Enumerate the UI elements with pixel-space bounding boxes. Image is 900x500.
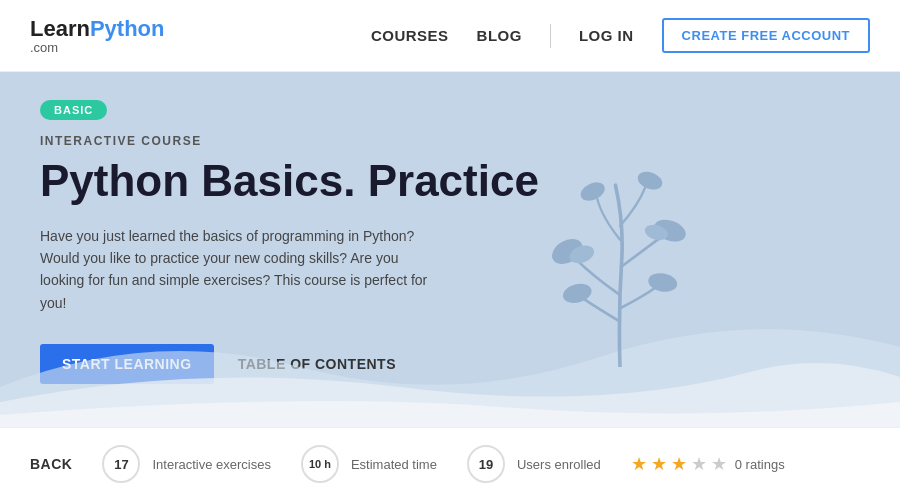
logo[interactable]: LearnPython .com [30, 18, 164, 54]
users-stat: 19 Users enrolled [467, 445, 601, 483]
nav-divider [550, 24, 551, 48]
hero-waves-decoration [0, 307, 900, 427]
star-1: ★ [631, 453, 647, 475]
exercises-label: Interactive exercises [152, 457, 271, 472]
main-nav: COURSES BLOG LOG IN CREATE FREE ACCOUNT [371, 18, 870, 53]
svg-point-4 [578, 179, 608, 205]
nav-courses[interactable]: COURSES [371, 27, 449, 44]
time-stat: 10 h Estimated time [301, 445, 437, 483]
back-button[interactable]: BACK [30, 456, 72, 472]
time-label: Estimated time [351, 457, 437, 472]
ratings-label: 0 ratings [735, 457, 785, 472]
exercises-count: 17 [102, 445, 140, 483]
course-description: Have you just learned the basics of prog… [40, 225, 440, 315]
users-count: 19 [467, 445, 505, 483]
create-account-button[interactable]: CREATE FREE ACCOUNT [662, 18, 870, 53]
exercises-stat: 17 Interactive exercises [102, 445, 271, 483]
star-5: ★ [711, 453, 727, 475]
time-count: 10 h [301, 445, 339, 483]
star-3: ★ [671, 453, 687, 475]
nav-blog[interactable]: BLOG [477, 27, 522, 44]
rating-stars: ★ ★ ★ ★ ★ 0 ratings [631, 453, 785, 475]
star-4: ★ [691, 453, 707, 475]
logo-python: Python [90, 16, 165, 41]
nav-login[interactable]: LOG IN [579, 27, 634, 44]
hero-section: BASIC INTERACTIVE COURSE Python Basics. … [0, 72, 900, 427]
course-type-label: INTERACTIVE COURSE [40, 134, 860, 148]
header: LearnPython .com COURSES BLOG LOG IN CRE… [0, 0, 900, 72]
svg-point-5 [635, 169, 665, 193]
users-label: Users enrolled [517, 457, 601, 472]
course-badge: BASIC [40, 100, 107, 120]
logo-learn: Learn [30, 16, 90, 41]
hero-plant-decoration [540, 167, 700, 367]
star-2: ★ [651, 453, 667, 475]
logo-com: .com [30, 41, 164, 54]
course-title: Python Basics. Practice [40, 156, 860, 207]
stats-bar: BACK 17 Interactive exercises 10 h Estim… [0, 427, 900, 500]
